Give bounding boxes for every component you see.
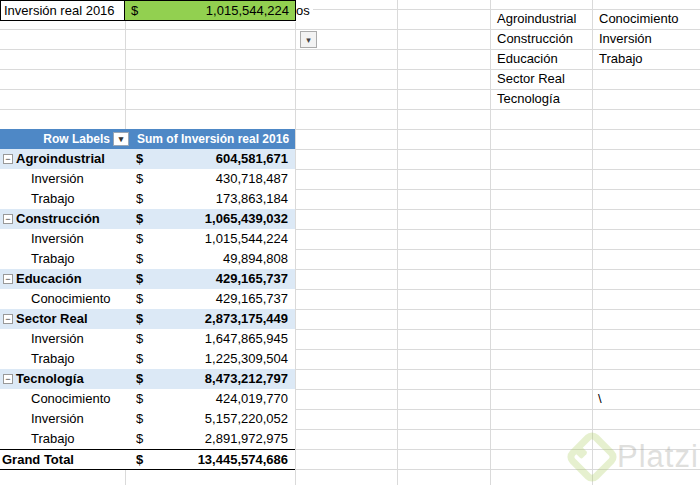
currency-symbol: $ [125, 289, 143, 309]
row-label: Agroindustrial [16, 149, 105, 169]
gridline [592, 0, 593, 485]
watermark-text: Platzi [617, 439, 699, 475]
row-value: 604,581,671 [216, 149, 295, 169]
pivot-row-agroindustrial[interactable]: −Agroindustrial $604,581,671 [0, 149, 295, 169]
currency-symbol: $ [125, 389, 143, 409]
row-value: 429,165,737 [216, 289, 295, 309]
collapse-icon[interactable]: − [3, 214, 13, 224]
row-value: 13,445,574,686 [198, 450, 295, 469]
filter-dropdown-button[interactable]: ▾ [113, 132, 129, 146]
row-value: 429,165,737 [216, 269, 295, 289]
row-label: Grand Total [2, 450, 74, 469]
gridline [295, 0, 296, 485]
validation-dropdown-button[interactable]: ▾ [300, 31, 317, 48]
list-item[interactable]: Tecnología [497, 89, 577, 109]
row-value: 8,473,212,797 [205, 369, 295, 389]
summary-label-cell[interactable]: Inversión real 2016 [0, 0, 125, 21]
row-label: Inversión [31, 409, 84, 429]
pivot-row-conocimiento[interactable]: Conocimiento $424,019,770 [0, 389, 295, 409]
collapse-icon[interactable]: − [3, 154, 13, 164]
currency-symbol: $ [125, 229, 143, 249]
summary-value: 1,015,544,224 [206, 3, 289, 18]
value-column-header: Sum of Inversión real 2016 [137, 129, 289, 149]
pivot-row-inversion[interactable]: Inversión $1,015,544,224 [0, 229, 295, 249]
list-item[interactable]: Construcción [497, 29, 577, 49]
platzi-logo-icon [564, 429, 621, 485]
list-item[interactable]: Sector Real [497, 69, 577, 89]
row-label: Inversión [31, 229, 84, 249]
intencion-list: Conocimiento Inversión Trabajo [599, 9, 679, 69]
currency-symbol: $ [125, 149, 143, 169]
pivot-row-construccion[interactable]: −Construcción $1,065,439,032 [0, 209, 295, 229]
row-label: Trabajo [31, 349, 75, 369]
collapse-icon[interactable]: − [3, 314, 13, 324]
pivot-row-inversion[interactable]: Inversión $430,718,487 [0, 169, 295, 189]
row-value: 1,065,439,032 [205, 209, 295, 229]
gridline [490, 0, 491, 485]
row-label: Construcción [16, 209, 100, 229]
pivot-row-trabajo[interactable]: Trabajo $1,225,309,504 [0, 349, 295, 369]
row-value: 2,873,175,449 [205, 309, 295, 329]
list-item[interactable]: Agroindustrial [497, 9, 577, 29]
gridline [397, 0, 398, 485]
row-label: Inversión [31, 169, 84, 189]
platzi-watermark: Platzi [560, 425, 700, 485]
currency-symbol: $ [125, 369, 143, 389]
chevron-down-icon: ▾ [119, 134, 124, 144]
currency-symbol: $ [125, 329, 143, 349]
row-value: 1,647,865,945 [205, 329, 295, 349]
sector-list: Agroindustrial Construcción Educación Se… [497, 9, 577, 109]
row-label: Trabajo [31, 249, 75, 269]
pivot-row-inversion[interactable]: Inversión $1,647,865,945 [0, 329, 295, 349]
row-label: Trabajo [31, 189, 75, 209]
currency-symbol: $ [125, 249, 143, 269]
pivot-row-trabajo[interactable]: Trabajo $2,891,972,975 [0, 429, 295, 449]
list-item[interactable]: Inversión [599, 29, 679, 49]
row-label: Conocimiento [31, 289, 111, 309]
row-label: Conocimiento [31, 389, 111, 409]
summary-value-cell[interactable]: $ 1,015,544,224 [125, 0, 296, 21]
row-label: Educación [16, 269, 82, 289]
pivot-row-sector-real[interactable]: −Sector Real $2,873,175,449 [0, 309, 295, 329]
pivot-row-educacion[interactable]: −Educación $429,165,737 [0, 269, 295, 289]
list-item[interactable]: Educación [497, 49, 577, 69]
row-label: Sector Real [16, 309, 88, 329]
currency-symbol: $ [125, 189, 143, 209]
row-label: Tecnología [16, 369, 84, 389]
row-value: 173,863,184 [216, 189, 295, 209]
currency-symbol: $ [125, 429, 143, 449]
list-item[interactable]: Trabajo [599, 49, 679, 69]
currency-symbol: $ [125, 269, 143, 289]
pivot-row-trabajo[interactable]: Trabajo $49,894,808 [0, 249, 295, 269]
row-value: 1,015,544,224 [205, 229, 295, 249]
row-label: Inversión [31, 329, 84, 349]
currency-symbol: $ [125, 450, 143, 469]
pivot-header-row: Row Labels ▾ Sum of Inversión real 2016 [0, 129, 295, 149]
pivot-row-conocimiento[interactable]: Conocimiento $429,165,737 [0, 289, 295, 309]
collapse-icon[interactable]: − [3, 274, 13, 284]
pivot-row-trabajo[interactable]: Trabajo $173,863,184 [0, 189, 295, 209]
list-item[interactable]: Conocimiento [599, 9, 679, 29]
pivot-row-tecnologia[interactable]: −Tecnología $8,473,212,797 [0, 369, 295, 389]
stray-text-cell[interactable]: \ [598, 389, 602, 409]
row-labels-header: Row Labels [0, 129, 110, 149]
currency-symbol: $ [125, 209, 143, 229]
currency-symbol: $ [131, 3, 138, 18]
currency-symbol: $ [125, 409, 143, 429]
currency-symbol: $ [125, 349, 143, 369]
row-value: 2,891,972,975 [205, 429, 295, 449]
spreadsheet: Sector Construcción Intencion frente a l… [0, 0, 700, 485]
row-value: 49,894,808 [223, 249, 295, 269]
pivot-row-inversion[interactable]: Inversión $5,157,220,052 [0, 409, 295, 429]
row-value: 5,157,220,052 [205, 409, 295, 429]
row-label: Trabajo [31, 429, 75, 449]
collapse-icon[interactable]: − [3, 374, 13, 384]
currency-symbol: $ [125, 169, 143, 189]
currency-symbol: $ [125, 309, 143, 329]
row-value: 424,019,770 [216, 389, 295, 409]
row-value: 1,225,309,504 [205, 349, 295, 369]
row-value: 430,718,487 [216, 169, 295, 189]
chevron-down-icon: ▾ [306, 35, 311, 45]
pivot-row-grand-total[interactable]: Grand Total $13,445,574,686 [0, 449, 295, 470]
pivot-table: Row Labels ▾ Sum of Inversión real 2016 … [0, 129, 295, 470]
